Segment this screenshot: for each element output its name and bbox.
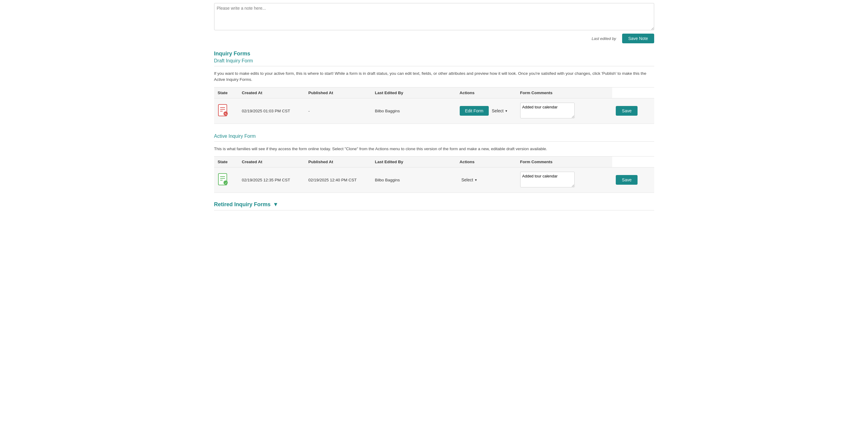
active-forms-table: State Created At Published At Last Edite… <box>214 156 654 193</box>
active-inquiry-form-subtitle: Active Inquiry Form <box>214 134 654 139</box>
draft-actions-cell: Edit Form Select ▼ <box>456 98 517 123</box>
draft-table-row: ✎ 02/19/2025 01:03 PM CST - Bilbo Baggin… <box>214 98 654 123</box>
active-select-button[interactable]: Select ▼ <box>460 175 479 185</box>
active-actions-cell: Select ▼ <box>456 167 517 193</box>
active-save-cell: Save <box>612 167 654 193</box>
draft-select-button[interactable]: Select ▼ <box>490 106 509 116</box>
active-divider <box>214 141 654 142</box>
draft-divider <box>214 66 654 66</box>
active-created-at: 02/19/2025 12:35 PM CST <box>238 167 305 193</box>
active-table-row: ✓ 02/19/2025 12:35 PM CST 02/19/2025 12:… <box>214 167 654 193</box>
th-draft-last-edited: Last Edited By <box>371 87 456 98</box>
inquiry-forms-title: Inquiry Forms <box>214 51 654 57</box>
active-save-button[interactable]: Save <box>616 175 638 185</box>
active-description: This is what families will see if they a… <box>214 146 654 152</box>
note-textarea[interactable] <box>214 3 654 30</box>
th-active-state: State <box>214 156 238 167</box>
edit-form-button[interactable]: Edit Form <box>460 106 489 116</box>
active-state-cell: ✓ <box>214 167 238 193</box>
last-edited-label: Last edited by <box>592 36 616 41</box>
retired-title-text: Retired Inquiry Forms <box>214 201 271 208</box>
active-comment-cell: Added tour calendar <box>517 167 613 193</box>
active-icon: ✓ <box>218 173 229 186</box>
save-note-button[interactable]: Save Note <box>622 34 654 43</box>
note-section: Last edited by Save Note <box>214 0 654 43</box>
th-active-published: Published At <box>305 156 371 167</box>
th-active-created: Created At <box>238 156 305 167</box>
th-draft-comments: Form Comments <box>517 87 613 98</box>
th-active-actions: Actions <box>456 156 517 167</box>
th-draft-state: State <box>214 87 238 98</box>
active-published-at: 02/19/2025 12:40 PM CST <box>305 167 371 193</box>
th-active-comments: Form Comments <box>517 156 613 167</box>
draft-state-cell: ✎ <box>214 98 238 123</box>
draft-icon: ✎ <box>218 104 229 117</box>
retired-divider <box>214 210 654 210</box>
draft-select-chevron-icon: ▼ <box>505 109 508 113</box>
th-active-last-edited: Last Edited By <box>371 156 456 167</box>
draft-description: If you want to make edits to your active… <box>214 70 654 83</box>
draft-forms-table: State Created At Published At Last Edite… <box>214 87 654 124</box>
draft-created-at: 02/19/2025 01:03 PM CST <box>238 98 305 123</box>
active-select-chevron-icon: ▼ <box>474 178 477 182</box>
th-draft-actions: Actions <box>456 87 517 98</box>
draft-save-cell: Save <box>612 98 654 123</box>
svg-text:✓: ✓ <box>225 181 227 185</box>
th-draft-created: Created At <box>238 87 305 98</box>
draft-last-edited-by: Bilbo Baggins <box>371 98 456 123</box>
draft-inquiry-form-subtitle: Draft Inquiry Form <box>214 58 654 64</box>
draft-comment-textarea[interactable]: Added tour calendar <box>520 103 575 118</box>
active-comment-textarea[interactable]: Added tour calendar <box>520 172 575 187</box>
active-last-edited-by: Bilbo Baggins <box>371 167 456 193</box>
retired-chevron-icon: ▼ <box>273 201 279 208</box>
draft-comment-cell: Added tour calendar <box>517 98 613 123</box>
retired-inquiry-forms-title[interactable]: Retired Inquiry Forms ▼ <box>214 201 654 208</box>
svg-text:✎: ✎ <box>224 112 227 116</box>
draft-published-at: - <box>305 98 371 123</box>
draft-save-button[interactable]: Save <box>616 106 638 116</box>
th-draft-published: Published At <box>305 87 371 98</box>
